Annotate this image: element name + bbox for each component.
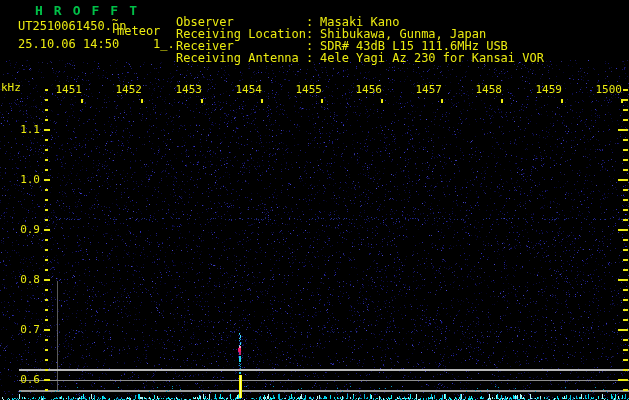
x-tick-label: 1453 (172, 84, 202, 95)
x-tick-label: 1457 (412, 84, 442, 95)
x-tick-label: 1455 (292, 84, 322, 95)
y-axis-unit-label: kHz (1, 82, 21, 93)
x-tick-label: 1459 (532, 84, 562, 95)
y-tick-label: 0.9 (0, 224, 40, 235)
app-title: HROFFT (35, 4, 148, 17)
counter-label: 1_. (153, 38, 175, 50)
x-tick-label: 1454 (232, 84, 262, 95)
info-value: 4ele Yagi Az 230 for Kansai VOR (320, 52, 544, 64)
y-tick-label: 0.7 (0, 324, 40, 335)
colon: : (306, 52, 313, 64)
y-tick-label: 1.1 (0, 124, 40, 135)
output-filename: UT2510061450.pn (18, 20, 126, 32)
x-tick-label: 1456 (352, 84, 382, 95)
info-row-antenna: Receiving Antenna:4ele Yagi Az 230 for K… (0, 40, 29, 76)
info-label: Receiving Antenna (176, 52, 299, 64)
hrofft-window: HROFFT UT2510061450.pn ~ meteor 25.10.06… (0, 0, 629, 400)
x-tick-label: 1452 (112, 84, 142, 95)
y-tick-label: 1.0 (0, 174, 40, 185)
y-tick-label: 0.6 (0, 374, 40, 385)
x-tick-label: 1500 (592, 84, 622, 95)
datetime-label: 25.10.06 14:50 (18, 38, 119, 50)
x-tick-label: 1451 (52, 84, 82, 95)
x-tick-label: 1458 (472, 84, 502, 95)
meteor-mode-label: meteor (117, 25, 160, 37)
y-tick-label: 0.8 (0, 274, 40, 285)
